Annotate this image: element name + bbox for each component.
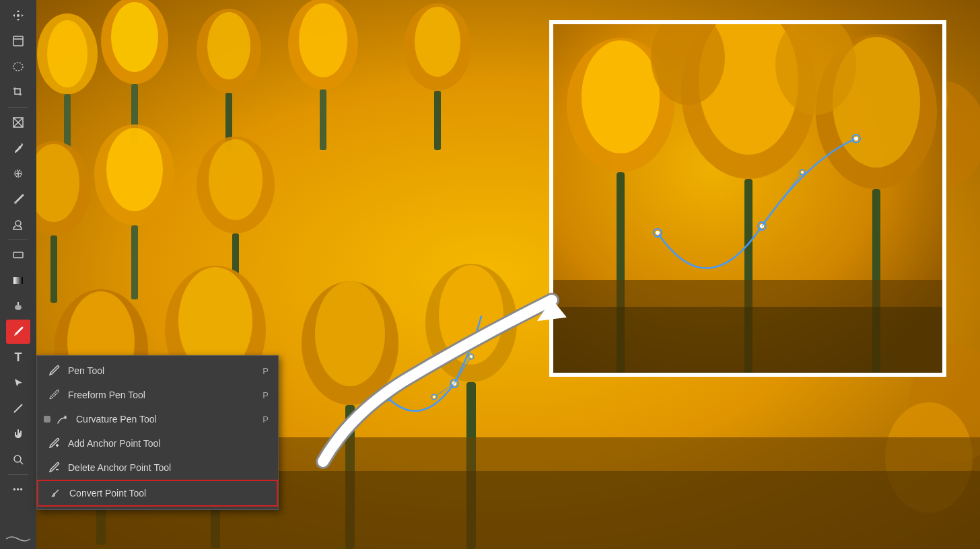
svg-point-53 <box>15 221 21 226</box>
delete-anchor-icon <box>46 460 61 475</box>
menu-item-convert-point-tool[interactable]: Convert Point Tool <box>37 480 278 507</box>
svg-rect-21 <box>131 225 138 299</box>
svg-point-2 <box>47 20 88 87</box>
svg-rect-55 <box>13 277 23 284</box>
svg-point-45 <box>13 63 23 71</box>
svg-point-52 <box>14 201 17 204</box>
svg-point-8 <box>207 12 250 79</box>
menu-label-convert-point: Convert Point Tool <box>69 488 146 499</box>
crop-tool[interactable] <box>6 80 30 104</box>
svg-point-11 <box>299 3 347 77</box>
svg-point-23 <box>209 139 262 220</box>
svg-point-35 <box>439 265 503 365</box>
svg-point-56 <box>15 305 22 310</box>
svg-point-14 <box>415 7 460 77</box>
menu-label-delete-anchor: Delete Anchor Point Tool <box>68 462 171 473</box>
menu-shortcut-freeform: P <box>262 390 269 400</box>
bottom-toolbar <box>0 529 36 549</box>
svg-point-79 <box>656 231 660 235</box>
svg-point-66 <box>582 40 660 153</box>
toolbar: T ••• <box>0 0 36 549</box>
menu-label-pen-tool: Pen Tool <box>68 365 104 376</box>
path-select-tool[interactable] <box>6 371 30 395</box>
svg-rect-77 <box>553 307 946 377</box>
menu-label-curvature: Curvature Pen Tool <box>76 414 157 425</box>
eyedropper-tool[interactable] <box>6 136 30 160</box>
menu-item-freeform-pen-tool[interactable]: Freeform Pen Tool P <box>37 383 278 407</box>
text-tool[interactable]: T <box>6 345 30 369</box>
lasso-tool[interactable] <box>6 54 30 79</box>
svg-line-60 <box>20 462 23 464</box>
pen-tool-icon <box>46 363 61 378</box>
svg-line-58 <box>14 404 22 412</box>
menu-item-pen-tool[interactable]: Pen Tool P <box>37 359 278 383</box>
svg-point-5 <box>111 2 158 72</box>
menu-item-add-anchor[interactable]: Add Anchor Point Tool <box>37 431 278 455</box>
menu-item-curvature-pen-tool[interactable]: Curvature Pen Tool P <box>37 407 278 431</box>
freeform-pen-icon <box>46 388 61 402</box>
spot-heal-tool[interactable] <box>6 161 30 186</box>
separator-1 <box>8 107 28 108</box>
gradient-tool[interactable] <box>6 268 30 293</box>
menu-shortcut-curvature: P <box>262 414 269 425</box>
add-anchor-icon <box>46 436 61 451</box>
active-indicator <box>44 416 50 423</box>
dodge-tool[interactable] <box>6 294 30 318</box>
curvature-pen-icon <box>55 412 69 427</box>
eraser-tool[interactable] <box>6 243 30 267</box>
zoom-tool[interactable] <box>6 447 30 472</box>
svg-rect-43 <box>13 36 23 46</box>
menu-item-delete-anchor[interactable]: Delete Anchor Point Tool <box>37 455 278 480</box>
preview-box <box>549 20 946 377</box>
svg-point-20 <box>106 128 163 211</box>
svg-point-32 <box>315 281 385 386</box>
stamp-tool[interactable] <box>6 213 30 237</box>
move-tool[interactable] <box>6 3 30 28</box>
line-tool[interactable] <box>6 396 30 420</box>
separator-2 <box>8 240 28 240</box>
svg-point-86 <box>801 171 804 174</box>
more-tools[interactable]: ••• <box>6 478 30 502</box>
svg-point-83 <box>854 137 858 141</box>
context-menu: Pen Tool P Freeform Pen Tool P Curvature… <box>36 355 279 510</box>
svg-point-59 <box>14 455 21 462</box>
convert-point-icon <box>48 486 63 501</box>
frame-tool[interactable] <box>6 110 30 135</box>
artboard-tool[interactable] <box>6 29 30 53</box>
menu-label-add-anchor: Add Anchor Point Tool <box>68 438 161 449</box>
brush-tool[interactable] <box>6 187 30 211</box>
separator-3 <box>8 474 28 475</box>
svg-rect-3 <box>64 94 71 148</box>
svg-rect-12 <box>320 89 326 150</box>
svg-rect-54 <box>13 252 23 258</box>
hand-tool[interactable] <box>6 422 30 446</box>
svg-rect-18 <box>50 235 57 303</box>
menu-label-freeform: Freeform Pen Tool <box>68 390 145 400</box>
svg-rect-15 <box>434 91 441 150</box>
menu-shortcut-pen-tool: P <box>262 366 269 376</box>
pen-tool-button[interactable] <box>6 320 30 344</box>
